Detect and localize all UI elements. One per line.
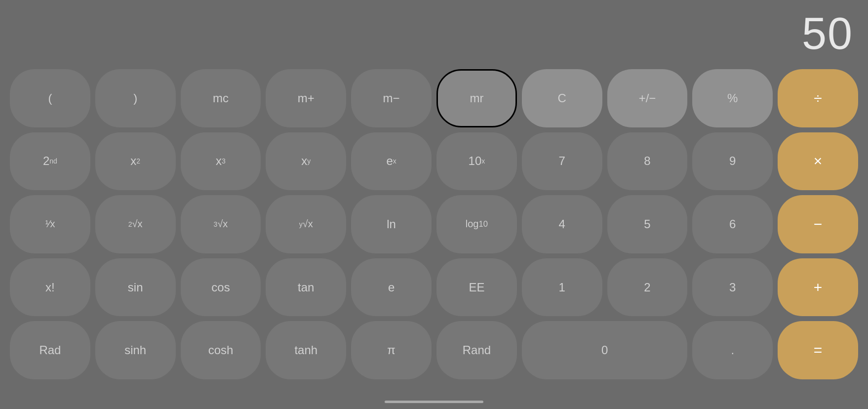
divide-button[interactable]: ÷ bbox=[778, 69, 858, 127]
x3-button[interactable]: x3 bbox=[181, 132, 261, 191]
home-indicator-bar bbox=[385, 401, 483, 403]
10x-button[interactable]: 10x bbox=[436, 132, 517, 191]
8-button[interactable]: 8 bbox=[607, 132, 688, 191]
display-value: 50 bbox=[802, 8, 853, 59]
mplus-button[interactable]: m+ bbox=[266, 69, 346, 127]
ex-button[interactable]: ex bbox=[351, 132, 432, 191]
x2-button[interactable]: x2 bbox=[95, 132, 176, 191]
sinh-button[interactable]: sinh bbox=[95, 321, 176, 379]
sqrt2-button[interactable]: 2√x bbox=[95, 195, 176, 253]
equals-button[interactable]: = bbox=[778, 321, 858, 379]
5-button[interactable]: 5 bbox=[607, 195, 688, 253]
EE-button[interactable]: EE bbox=[436, 258, 517, 317]
plus-button[interactable]: + bbox=[778, 258, 858, 317]
tanh-button[interactable]: tanh bbox=[266, 321, 346, 379]
pi-button[interactable]: π bbox=[351, 321, 432, 379]
tan-button[interactable]: tan bbox=[266, 258, 346, 317]
0-button[interactable]: 0 bbox=[522, 321, 688, 379]
minus-button[interactable]: − bbox=[778, 195, 858, 253]
mr-button[interactable]: mr bbox=[436, 69, 517, 127]
7-button[interactable]: 7 bbox=[522, 132, 602, 191]
rand-button[interactable]: Rand bbox=[436, 321, 517, 379]
9-button[interactable]: 9 bbox=[692, 132, 773, 191]
4-button[interactable]: 4 bbox=[522, 195, 602, 253]
plusminus-button[interactable]: +/− bbox=[607, 69, 688, 127]
percent-button[interactable]: % bbox=[692, 69, 773, 127]
log10-button[interactable]: log10 bbox=[436, 195, 517, 253]
close-paren-button[interactable]: ) bbox=[95, 69, 176, 127]
1-button[interactable]: 1 bbox=[522, 258, 602, 317]
display: 50 bbox=[0, 0, 868, 64]
sqrty-button[interactable]: y√x bbox=[266, 195, 346, 253]
1x-button[interactable]: ¹⁄x bbox=[10, 195, 90, 253]
e-button[interactable]: e bbox=[351, 258, 432, 317]
3-button[interactable]: 3 bbox=[692, 258, 773, 317]
cos-button[interactable]: cos bbox=[181, 258, 261, 317]
ln-button[interactable]: ln bbox=[351, 195, 432, 253]
home-indicator bbox=[0, 394, 868, 409]
dot-button[interactable]: . bbox=[692, 321, 773, 379]
mminus-button[interactable]: m− bbox=[351, 69, 432, 127]
sqrt3-button[interactable]: 3√x bbox=[181, 195, 261, 253]
sin-button[interactable]: sin bbox=[95, 258, 176, 317]
xfact-button[interactable]: x! bbox=[10, 258, 90, 317]
open-paren-button[interactable]: ( bbox=[10, 69, 90, 127]
2nd-button[interactable]: 2nd bbox=[10, 132, 90, 191]
multiply-button[interactable]: × bbox=[778, 132, 858, 191]
clear-button[interactable]: C bbox=[522, 69, 602, 127]
2-button[interactable]: 2 bbox=[607, 258, 688, 317]
xy-button[interactable]: xy bbox=[266, 132, 346, 191]
mc-button[interactable]: mc bbox=[181, 69, 261, 127]
rad-button[interactable]: Rad bbox=[10, 321, 90, 379]
cosh-button[interactable]: cosh bbox=[181, 321, 261, 379]
calculator-grid: ( ) mc m+ m− mr C +/− % ÷ 2nd x2 x3 xy e… bbox=[0, 64, 868, 394]
6-button[interactable]: 6 bbox=[692, 195, 773, 253]
